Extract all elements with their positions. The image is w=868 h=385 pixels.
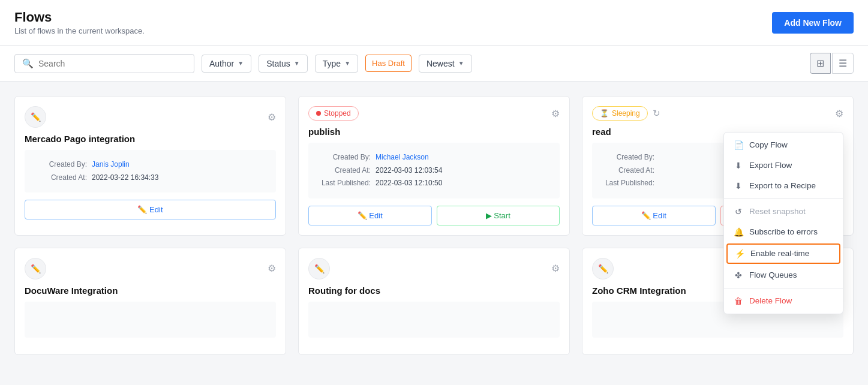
author-chevron-icon: ▼ bbox=[238, 60, 244, 67]
view-toggle: ⊞ ☰ bbox=[810, 53, 854, 74]
export-flow-item[interactable]: ⬇ Export Flow bbox=[724, 155, 843, 176]
sort-filter-button[interactable]: Newest ▼ bbox=[419, 55, 472, 73]
status-filter-label: Status bbox=[266, 59, 290, 68]
flow-card-header: ✏️ ⚙ bbox=[299, 248, 569, 285]
author-filter-label: Author bbox=[209, 59, 234, 68]
add-new-flow-button[interactable]: Add New Flow bbox=[772, 12, 854, 34]
flow-title: DocuWare Integration bbox=[15, 285, 286, 302]
reset-icon: ↺ bbox=[734, 207, 743, 216]
last-published-label: Last Published: bbox=[600, 177, 654, 190]
enable-realtime-label: Enable real-time bbox=[750, 249, 809, 258]
flow-meta: Created By: Janis Joplin Created At: 202… bbox=[33, 158, 268, 184]
status-label: Sleeping bbox=[612, 109, 640, 118]
status-chevron-icon: ▼ bbox=[294, 60, 300, 67]
flow-card-docuware: ✏️ ⚙ DocuWare Integration bbox=[14, 248, 286, 355]
header: Flows List of flows in the current works… bbox=[0, 0, 868, 46]
flow-card-publish: Stopped ⚙ publish Created By: Michael Ja… bbox=[298, 96, 570, 236]
page-title: Flows bbox=[14, 10, 145, 25]
flow-icon: ✏️ bbox=[308, 258, 330, 279]
flow-title: publish bbox=[299, 127, 569, 143]
flow-card-read: ⏳ Sleeping ↻ ⚙ 📄 Copy Flow ⬇ bbox=[582, 96, 854, 236]
copy-icon: 📄 bbox=[734, 140, 743, 150]
export-recipe-label: Export to a Recipe bbox=[749, 181, 816, 190]
gear-icon[interactable]: ⚙ bbox=[268, 263, 276, 274]
copy-flow-item[interactable]: 📄 Copy Flow bbox=[724, 135, 843, 155]
start-button[interactable]: ▶ Start bbox=[437, 206, 560, 225]
gear-icon[interactable]: ⚙ bbox=[268, 112, 276, 123]
sort-chevron-icon: ▼ bbox=[458, 60, 464, 67]
created-by-label: Created By: bbox=[600, 151, 654, 164]
flow-queues-label: Flow Queues bbox=[749, 270, 797, 279]
flow-card-actions: ✏️ Edit ▶ Start bbox=[299, 206, 569, 235]
search-wrapper: 🔍 bbox=[14, 54, 194, 73]
list-view-button[interactable]: ☰ bbox=[832, 53, 854, 74]
flow-icon: ✏️ bbox=[25, 106, 46, 128]
reset-snapshot-label: Reset snapshot bbox=[749, 207, 806, 216]
flow-card-body bbox=[308, 302, 560, 338]
flow-card-header: ✏️ ⚙ bbox=[15, 97, 286, 134]
edit-button[interactable]: ✏️ Edit bbox=[25, 200, 276, 219]
gear-icon[interactable]: ⚙ bbox=[835, 108, 843, 119]
enable-realtime-item[interactable]: ⚡ Enable real-time bbox=[726, 243, 840, 264]
divider-2 bbox=[724, 288, 843, 288]
status-filter-button[interactable]: Status ▼ bbox=[259, 55, 308, 73]
copy-flow-label: Copy Flow bbox=[749, 140, 788, 149]
has-draft-badge: Has Draft bbox=[365, 55, 412, 72]
created-at-label: Created At: bbox=[317, 164, 371, 178]
author-filter-button[interactable]: Author ▼ bbox=[202, 55, 251, 73]
bell-icon: 🔔 bbox=[734, 227, 743, 237]
page-subtitle: List of flows in the current workspace. bbox=[14, 26, 145, 35]
flow-card-actions bbox=[15, 345, 286, 354]
context-dropdown-menu: 📄 Copy Flow ⬇ Export Flow ⬇ Export to a … bbox=[723, 132, 843, 314]
sleeping-icon: ⏳ bbox=[600, 109, 609, 118]
flow-card-header: ⏳ Sleeping ↻ ⚙ 📄 Copy Flow ⬇ bbox=[582, 97, 853, 127]
created-at-value: 2022-03-03 12:03:54 bbox=[376, 164, 442, 178]
flow-queues-item[interactable]: ✤ Flow Queues bbox=[724, 265, 843, 285]
gear-icon[interactable]: ⚙ bbox=[551, 108, 560, 119]
created-by-row: Created By: Janis Joplin bbox=[33, 158, 268, 172]
subscribe-errors-label: Subscribe to errors bbox=[749, 227, 818, 236]
flow-title: Routing for docs bbox=[299, 285, 569, 302]
edit-button[interactable]: ✏️ Edit bbox=[592, 206, 716, 225]
export-recipe-icon: ⬇ bbox=[734, 181, 743, 191]
export-recipe-item[interactable]: ⬇ Export to a Recipe bbox=[724, 176, 843, 196]
flow-card-body: Created By: Michael Jackson Created At: … bbox=[308, 143, 560, 198]
flows-grid: ✏️ ⚙ Mercado Pago integration Created By… bbox=[14, 96, 854, 355]
flow-icon: ✏️ bbox=[592, 258, 614, 279]
status-label: Stopped bbox=[324, 109, 351, 118]
created-by-label: Created By: bbox=[33, 158, 87, 172]
flow-card-routing: ✏️ ⚙ Routing for docs bbox=[298, 248, 570, 355]
gear-icon[interactable]: ⚙ bbox=[551, 263, 560, 274]
status-badge-sleeping: ⏳ Sleeping bbox=[592, 106, 648, 121]
flow-card-body bbox=[25, 302, 276, 338]
flow-card-body: Created By: Janis Joplin Created At: 202… bbox=[25, 150, 276, 192]
created-at-row: Created At: 2022-03-22 16:34:33 bbox=[33, 172, 268, 185]
flow-card-actions: ✏️ Edit bbox=[15, 200, 286, 229]
delete-flow-item[interactable]: 🗑 Delete Flow bbox=[724, 291, 843, 311]
created-by-row: Created By: Michael Jackson bbox=[317, 151, 551, 164]
flow-meta: Created By: Michael Jackson Created At: … bbox=[317, 151, 551, 190]
flow-card-actions bbox=[582, 345, 853, 354]
edit-button[interactable]: ✏️ Edit bbox=[308, 206, 432, 225]
sort-filter-label: Newest bbox=[427, 59, 455, 68]
toolbar: 🔍 Author ▼ Status ▼ Type ▼ Has Draft New… bbox=[0, 46, 868, 82]
divider-1 bbox=[724, 198, 843, 199]
search-icon: 🔍 bbox=[22, 58, 34, 69]
status-badge-stopped: Stopped bbox=[308, 106, 359, 121]
flow-card-header: Stopped ⚙ bbox=[299, 97, 569, 127]
main-content: ✏️ ⚙ Mercado Pago integration Created By… bbox=[0, 82, 868, 369]
export-flow-label: Export Flow bbox=[749, 161, 792, 170]
flow-icon: ✏️ bbox=[25, 258, 46, 279]
created-by-value: Janis Joplin bbox=[92, 158, 130, 172]
subscribe-errors-item[interactable]: 🔔 Subscribe to errors bbox=[724, 222, 843, 242]
created-at-row: Created At: 2022-03-03 12:03:54 bbox=[317, 164, 551, 178]
flow-card-mercado-pago: ✏️ ⚙ Mercado Pago integration Created By… bbox=[14, 96, 286, 236]
grid-view-button[interactable]: ⊞ bbox=[810, 53, 831, 74]
search-input[interactable] bbox=[38, 59, 187, 68]
flow-card-header: ✏️ ⚙ bbox=[15, 248, 286, 285]
refresh-icon[interactable]: ↻ bbox=[653, 108, 660, 119]
reset-snapshot-item[interactable]: ↺ Reset snapshot bbox=[724, 201, 843, 222]
created-by-value: Michael Jackson bbox=[376, 151, 429, 164]
type-filter-button[interactable]: Type ▼ bbox=[315, 55, 358, 73]
export-flow-icon: ⬇ bbox=[734, 161, 743, 170]
